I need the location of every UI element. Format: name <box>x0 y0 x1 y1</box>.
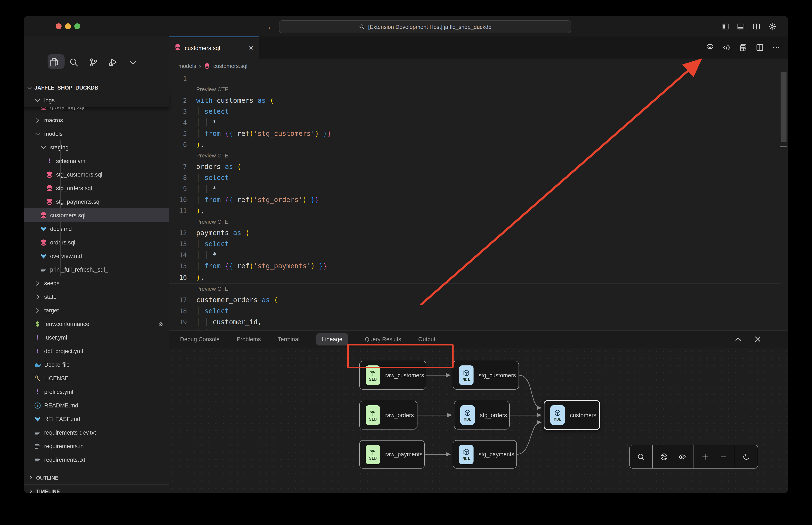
tree-item-stg-orders-sql[interactable]: stg_orders.sql <box>24 181 169 195</box>
close-icon[interactable]: ✕ <box>249 45 253 51</box>
code-line-6[interactable]: 6), <box>169 139 781 150</box>
code-line-19[interactable]: 19│ │ customer_id, <box>169 317 781 328</box>
tree-item-docs-md[interactable]: docs.md <box>24 222 169 236</box>
tree-item-state[interactable]: state <box>24 290 169 303</box>
tree-item-release-md[interactable]: RELEASE.md <box>24 412 169 426</box>
dbt-icon[interactable] <box>706 43 714 52</box>
codelens-row[interactable]: Preview CTE <box>169 84 781 95</box>
lineage-canvas[interactable]: SED raw_customersMDL stg_customersSED ra… <box>169 348 788 493</box>
lineage-node-stg_orders[interactable]: MDL stg_orders <box>454 401 510 430</box>
project-root-header[interactable]: JAFFLE_SHOP_DUCKDB <box>26 82 98 93</box>
layout-split-icon[interactable] <box>753 22 761 30</box>
aperture-icon[interactable] <box>660 453 668 461</box>
code-line-14[interactable]: 14│ │ * <box>169 250 781 260</box>
close-icon[interactable] <box>753 335 762 343</box>
refresh-icon[interactable] <box>742 453 750 461</box>
breadcrumb[interactable]: models › customers.sql <box>178 59 247 73</box>
plus-icon[interactable] <box>701 453 709 461</box>
query-results-icon[interactable] <box>739 43 748 52</box>
code-line-20[interactable]: 20│ │ min(order_date) as first_order, <box>169 328 781 330</box>
codelens-row[interactable]: Preview CTE <box>169 150 781 161</box>
split-editor-icon[interactable] <box>755 43 764 52</box>
lineage-node-raw_orders[interactable]: SED raw_orders <box>359 401 417 430</box>
tree-item--user-yml[interactable]: ! .user.yml <box>24 331 169 344</box>
tree-item-requirements-txt[interactable]: requirements.txt <box>24 453 169 466</box>
tree-item-target[interactable]: target <box>24 303 169 317</box>
tree-item-overview-md[interactable]: overview.md <box>24 249 169 263</box>
tree-item-stg-customers-sql[interactable]: stg_customers.sql <box>24 168 169 181</box>
command-center-search[interactable]: [Extension Development Host] jaffle_shop… <box>279 20 571 33</box>
tree-item-staging[interactable]: staging <box>24 140 169 154</box>
traffic-light-close[interactable] <box>56 23 62 29</box>
sidebar-run-debug-icon[interactable] <box>107 57 118 68</box>
tree-item-schema-yml[interactable]: ! schema.yml <box>24 154 169 168</box>
code-line-9[interactable]: 9│ │ * <box>169 183 781 194</box>
code-icon[interactable] <box>722 43 731 52</box>
code-line-13[interactable]: 13│ select <box>169 239 781 250</box>
tree-item-print-full-refresh-sql-[interactable]: print_full_refresh._sql_ <box>24 263 169 276</box>
code-line-17[interactable]: 17customer_orders as ( <box>169 295 781 305</box>
panel-tab-terminal[interactable]: Terminal <box>278 336 299 342</box>
panel-tab-problems[interactable]: Problems <box>237 336 261 342</box>
lineage-node-raw_payments[interactable]: SED raw_payments <box>359 440 425 468</box>
zoom-search-icon[interactable] <box>637 453 645 461</box>
code-line-4[interactable]: 4│ │ * <box>169 117 781 128</box>
code-line-11[interactable]: 11), <box>169 206 781 216</box>
traffic-light-minimize[interactable] <box>65 23 71 29</box>
sidebar-source-control-icon[interactable] <box>88 57 99 68</box>
tree-item-models[interactable]: models <box>24 127 169 140</box>
tree-item-requirements-in[interactable]: requirements.in <box>24 439 169 453</box>
editor-scrollbar-thumb[interactable] <box>781 72 786 142</box>
tree-item-requirements-dev-txt[interactable]: requirements-dev.txt <box>24 426 169 439</box>
code-line-3[interactable]: 3│ select <box>169 106 781 117</box>
code-editor[interactable]: 1Preview CTE2with customers as (3│ selec… <box>169 73 781 330</box>
panel-tab-query-results[interactable]: Query Results <box>365 336 401 342</box>
code-line-12[interactable]: 12payments as ( <box>169 227 781 239</box>
tree-item-dbt-project-yml[interactable]: ! dbt_project.yml <box>24 344 169 358</box>
gear-icon[interactable] <box>768 22 776 30</box>
tree-item-readme-md[interactable]: README.md <box>24 399 169 412</box>
layout-panel-icon[interactable] <box>737 22 745 30</box>
tree-item-macros[interactable]: macros <box>24 113 169 127</box>
sidebar-search-icon[interactable] <box>68 57 79 68</box>
traffic-light-zoom[interactable] <box>74 23 80 29</box>
lineage-node-stg_payments[interactable]: MDL stg_payments <box>453 440 517 468</box>
tree-item-profiles-yml[interactable]: ! profiles.yml <box>24 385 169 399</box>
chevron-up-icon[interactable] <box>734 335 742 343</box>
tree-item-query-log-sql[interactable]: query_log.sql <box>24 107 169 113</box>
tree-item-stg-payments-sql[interactable]: stg_payments.sql <box>24 195 169 208</box>
sidebar-files-icon[interactable] <box>48 57 59 68</box>
ellipsis-icon[interactable] <box>772 43 781 52</box>
panel-tab-debug-console[interactable]: Debug Console <box>180 336 220 342</box>
tree-item--env-conformance[interactable]: $ .env.conformance ⊘ <box>24 317 169 331</box>
code-line-16[interactable]: 16), <box>169 272 781 284</box>
code-line-7[interactable]: 7orders as ( <box>169 161 781 172</box>
code-line-5[interactable]: 5│ from {{ ref('stg_customers') }} <box>169 128 781 139</box>
code-line-10[interactable]: 10│ from {{ ref('stg_orders') }} <box>169 194 781 206</box>
minus-icon[interactable] <box>720 453 727 461</box>
codelens-row[interactable]: Preview CTE <box>169 216 781 227</box>
code-line-2[interactable]: 2with customers as ( <box>169 95 781 106</box>
code-line-18[interactable]: 18│ select <box>169 305 781 317</box>
codelens-row[interactable]: Preview CTE <box>169 284 781 295</box>
tree-item-logs[interactable]: logs <box>24 93 169 107</box>
tree-item-dockerfile[interactable]: Dockerfile <box>24 358 169 371</box>
breadcrumb-item-file[interactable]: customers.sql <box>213 63 247 69</box>
lineage-node-customers[interactable]: MDL customers <box>544 400 600 430</box>
sidebar-chevron-down-icon[interactable] <box>128 57 138 68</box>
code-line-8[interactable]: 8│ select <box>169 172 781 183</box>
panel-tab-output[interactable]: Output <box>418 336 435 342</box>
code-line-15[interactable]: 15│ from {{ ref('stg_payments') }} <box>169 260 781 272</box>
breadcrumb-item-models[interactable]: models <box>178 63 196 69</box>
layout-sidebar-left-icon[interactable] <box>721 22 729 30</box>
tree-item-seeds[interactable]: seeds <box>24 276 169 290</box>
sidebar-section-outline[interactable]: OUTLINE <box>24 471 169 484</box>
sidebar-section-timeline[interactable]: TIMELINE <box>24 484 169 493</box>
eye-icon[interactable] <box>678 453 686 461</box>
nav-back-icon[interactable]: ← <box>267 22 275 31</box>
panel-tab-lineage[interactable]: Lineage <box>316 333 348 345</box>
tree-item-orders-sql[interactable]: orders.sql <box>24 236 169 249</box>
tree-item-customers-sql[interactable]: customers.sql <box>24 208 169 222</box>
tree-item-license[interactable]: LICENSE <box>24 371 169 385</box>
tab-customers-sql[interactable]: customers.sql ✕ <box>169 36 259 59</box>
